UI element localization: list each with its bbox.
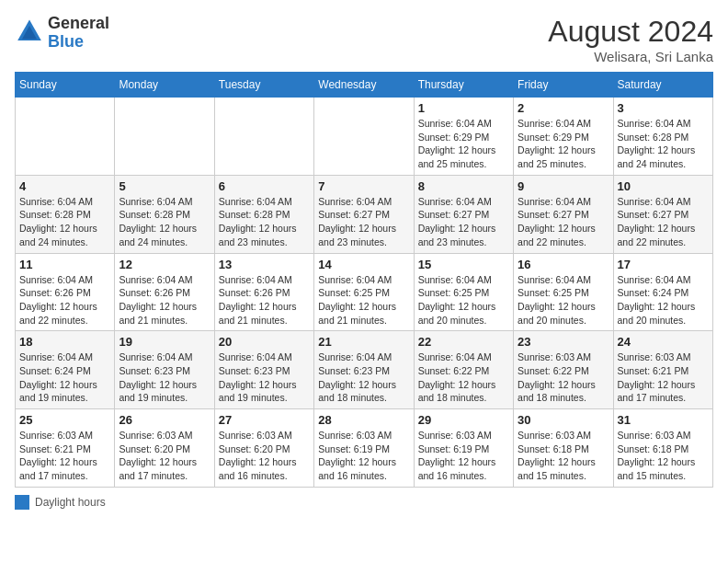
day-number: 10 — [618, 179, 709, 193]
day-number: 27 — [219, 413, 310, 427]
legend-color-box — [15, 495, 29, 510]
day-of-week-header: Saturday — [613, 73, 712, 98]
day-number: 23 — [518, 335, 609, 349]
logo: General Blue — [15, 15, 109, 52]
calendar-day-cell: 22Sunrise: 6:04 AMSunset: 6:22 PMDayligh… — [414, 331, 513, 409]
day-number: 9 — [518, 179, 609, 193]
day-info: Sunrise: 6:03 AMSunset: 6:21 PMDaylight:… — [19, 429, 110, 483]
calendar-day-cell — [214, 98, 313, 176]
calendar-day-cell: 4Sunrise: 6:04 AMSunset: 6:28 PMDaylight… — [16, 175, 115, 253]
day-number: 28 — [318, 413, 409, 427]
day-number: 7 — [318, 179, 409, 193]
day-number: 29 — [418, 413, 509, 427]
month-year-title: August 2024 — [548, 15, 713, 49]
day-number: 17 — [618, 258, 709, 271]
day-number: 6 — [219, 179, 310, 193]
day-info: Sunrise: 6:03 AMSunset: 6:18 PMDaylight:… — [618, 429, 709, 483]
day-info: Sunrise: 6:03 AMSunset: 6:20 PMDaylight:… — [119, 429, 210, 483]
day-number: 26 — [119, 413, 210, 427]
day-number: 20 — [219, 335, 310, 349]
calendar-day-cell: 27Sunrise: 6:03 AMSunset: 6:20 PMDayligh… — [214, 409, 313, 488]
day-info: Sunrise: 6:03 AMSunset: 6:20 PMDaylight:… — [219, 429, 310, 483]
day-number: 11 — [19, 258, 110, 271]
day-info: Sunrise: 6:03 AMSunset: 6:22 PMDaylight:… — [518, 350, 609, 405]
day-info: Sunrise: 6:04 AMSunset: 6:28 PMDaylight:… — [618, 117, 709, 171]
calendar-header-row: SundayMondayTuesdayWednesdayThursdayFrid… — [16, 73, 713, 98]
calendar-day-cell: 24Sunrise: 6:03 AMSunset: 6:21 PMDayligh… — [613, 331, 712, 409]
day-info: Sunrise: 6:04 AMSunset: 6:24 PMDaylight:… — [618, 273, 709, 327]
calendar-week-row: 18Sunrise: 6:04 AMSunset: 6:24 PMDayligh… — [16, 331, 713, 409]
calendar-day-cell: 31Sunrise: 6:03 AMSunset: 6:18 PMDayligh… — [613, 409, 712, 488]
day-number: 3 — [618, 101, 709, 115]
calendar-day-cell: 8Sunrise: 6:04 AMSunset: 6:27 PMDaylight… — [414, 175, 513, 253]
day-number: 18 — [19, 335, 110, 349]
calendar-day-cell: 13Sunrise: 6:04 AMSunset: 6:26 PMDayligh… — [214, 253, 313, 331]
day-number: 8 — [418, 179, 509, 193]
day-number: 4 — [19, 179, 110, 193]
day-info: Sunrise: 6:04 AMSunset: 6:26 PMDaylight:… — [219, 273, 310, 327]
day-info: Sunrise: 6:04 AMSunset: 6:27 PMDaylight:… — [418, 195, 509, 249]
location-text: Welisara, Sri Lanka — [548, 49, 713, 64]
day-of-week-header: Wednesday — [314, 73, 414, 98]
day-number: 24 — [618, 335, 709, 349]
calendar-day-cell: 26Sunrise: 6:03 AMSunset: 6:20 PMDayligh… — [115, 409, 214, 488]
day-info: Sunrise: 6:04 AMSunset: 6:24 PMDaylight:… — [19, 350, 110, 405]
day-of-week-header: Thursday — [414, 73, 513, 98]
calendar-day-cell: 15Sunrise: 6:04 AMSunset: 6:25 PMDayligh… — [414, 253, 513, 331]
calendar-day-cell: 12Sunrise: 6:04 AMSunset: 6:26 PMDayligh… — [115, 253, 214, 331]
day-info: Sunrise: 6:03 AMSunset: 6:18 PMDaylight:… — [518, 429, 609, 483]
day-info: Sunrise: 6:04 AMSunset: 6:23 PMDaylight:… — [119, 350, 210, 405]
calendar-day-cell: 25Sunrise: 6:03 AMSunset: 6:21 PMDayligh… — [16, 409, 115, 488]
day-info: Sunrise: 6:04 AMSunset: 6:28 PMDaylight:… — [219, 195, 310, 249]
day-info: Sunrise: 6:03 AMSunset: 6:21 PMDaylight:… — [618, 350, 709, 405]
day-number: 30 — [518, 413, 609, 427]
calendar-day-cell: 5Sunrise: 6:04 AMSunset: 6:28 PMDaylight… — [115, 175, 214, 253]
calendar-week-row: 25Sunrise: 6:03 AMSunset: 6:21 PMDayligh… — [16, 409, 713, 488]
day-info: Sunrise: 6:04 AMSunset: 6:23 PMDaylight:… — [219, 350, 310, 405]
day-info: Sunrise: 6:03 AMSunset: 6:19 PMDaylight:… — [318, 429, 409, 483]
calendar-day-cell — [16, 98, 115, 176]
calendar-day-cell: 3Sunrise: 6:04 AMSunset: 6:28 PMDaylight… — [613, 98, 712, 176]
day-number: 15 — [418, 258, 509, 271]
logo-text: General Blue — [48, 15, 109, 52]
day-number: 12 — [119, 258, 210, 271]
day-number: 21 — [318, 335, 409, 349]
calendar-day-cell — [115, 98, 214, 176]
day-number: 22 — [418, 335, 509, 349]
calendar-day-cell — [314, 98, 414, 176]
day-info: Sunrise: 6:04 AMSunset: 6:23 PMDaylight:… — [318, 350, 409, 405]
calendar-day-cell: 30Sunrise: 6:03 AMSunset: 6:18 PMDayligh… — [514, 409, 613, 488]
logo-blue-text: Blue — [48, 32, 84, 51]
day-number: 5 — [119, 179, 210, 193]
day-info: Sunrise: 6:04 AMSunset: 6:26 PMDaylight:… — [119, 273, 210, 327]
calendar-day-cell: 11Sunrise: 6:04 AMSunset: 6:26 PMDayligh… — [16, 253, 115, 331]
day-number: 2 — [518, 101, 609, 115]
calendar-day-cell: 21Sunrise: 6:04 AMSunset: 6:23 PMDayligh… — [314, 331, 414, 409]
day-number: 25 — [19, 413, 110, 427]
day-of-week-header: Friday — [514, 73, 613, 98]
calendar-day-cell: 16Sunrise: 6:04 AMSunset: 6:25 PMDayligh… — [514, 253, 613, 331]
page-header: General Blue August 2024 Welisara, Sri L… — [15, 15, 713, 64]
day-of-week-header: Monday — [115, 73, 214, 98]
calendar-day-cell: 7Sunrise: 6:04 AMSunset: 6:27 PMDaylight… — [314, 175, 414, 253]
day-info: Sunrise: 6:04 AMSunset: 6:27 PMDaylight:… — [518, 195, 609, 249]
calendar-day-cell: 2Sunrise: 6:04 AMSunset: 6:29 PMDaylight… — [514, 98, 613, 176]
calendar-day-cell: 19Sunrise: 6:04 AMSunset: 6:23 PMDayligh… — [115, 331, 214, 409]
calendar-day-cell: 17Sunrise: 6:04 AMSunset: 6:24 PMDayligh… — [613, 253, 712, 331]
calendar-day-cell: 1Sunrise: 6:04 AMSunset: 6:29 PMDaylight… — [414, 98, 513, 176]
calendar-day-cell: 10Sunrise: 6:04 AMSunset: 6:27 PMDayligh… — [613, 175, 712, 253]
day-info: Sunrise: 6:04 AMSunset: 6:25 PMDaylight:… — [518, 273, 609, 327]
calendar-day-cell: 14Sunrise: 6:04 AMSunset: 6:25 PMDayligh… — [314, 253, 414, 331]
day-number: 13 — [219, 258, 310, 271]
day-number: 14 — [318, 258, 409, 271]
day-info: Sunrise: 6:04 AMSunset: 6:22 PMDaylight:… — [418, 350, 509, 405]
calendar-week-row: 4Sunrise: 6:04 AMSunset: 6:28 PMDaylight… — [16, 175, 713, 253]
calendar-day-cell: 29Sunrise: 6:03 AMSunset: 6:19 PMDayligh… — [414, 409, 513, 488]
day-number: 16 — [518, 258, 609, 271]
calendar-day-cell: 28Sunrise: 6:03 AMSunset: 6:19 PMDayligh… — [314, 409, 414, 488]
day-info: Sunrise: 6:03 AMSunset: 6:19 PMDaylight:… — [418, 429, 509, 483]
calendar-week-row: 1Sunrise: 6:04 AMSunset: 6:29 PMDaylight… — [16, 98, 713, 176]
legend-label: Daylight hours — [35, 496, 106, 509]
calendar-day-cell: 18Sunrise: 6:04 AMSunset: 6:24 PMDayligh… — [16, 331, 115, 409]
day-info: Sunrise: 6:04 AMSunset: 6:29 PMDaylight:… — [418, 117, 509, 171]
